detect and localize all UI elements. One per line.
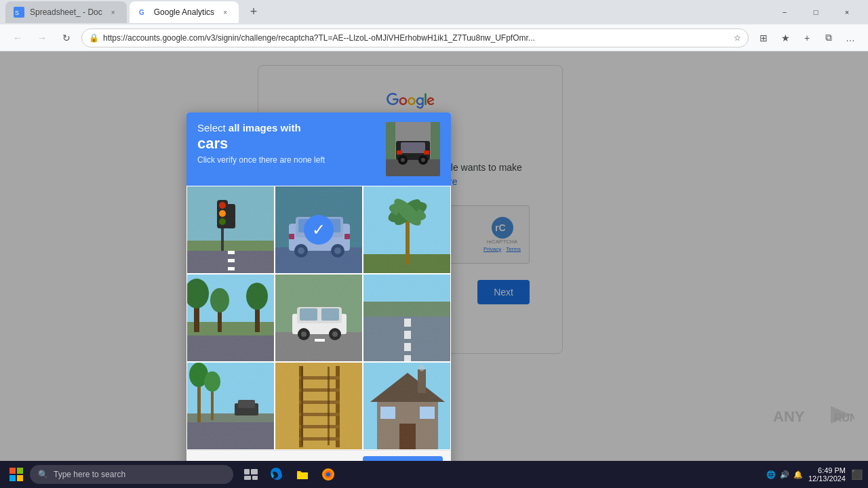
svg-rect-67 (315, 339, 325, 342)
svg-rect-56 (187, 336, 275, 362)
svg-rect-74 (363, 302, 451, 317)
taskbar-apps (239, 462, 340, 487)
clock[interactable]: 6:49 PM 12/13/2024 (808, 466, 846, 483)
tab-spreadsheet[interactable]: S Spreadsheet_ - Doc × (5, 1, 127, 23)
tab-google-analytics[interactable]: G Google Analytics × (130, 1, 239, 23)
all-images-with-text: all images with (229, 122, 301, 134)
extension-button[interactable]: ⊞ (754, 28, 773, 47)
grid-image-8 (363, 363, 450, 449)
split-button[interactable]: ⧉ (819, 28, 838, 47)
taskbar-search-placeholder: Type here to search (54, 470, 125, 479)
forward-button[interactable]: → (33, 28, 52, 47)
svg-rect-62 (321, 308, 339, 321)
lock-icon: 🔒 (89, 33, 99, 43)
captcha-image-grid: ✓ (186, 186, 451, 450)
taskbar-search-box[interactable]: 🔍 Type here to search (30, 465, 233, 484)
svg-rect-91 (299, 425, 340, 428)
settings-button[interactable]: … (841, 28, 860, 47)
svg-rect-99 (420, 407, 435, 419)
edge-button[interactable] (264, 462, 289, 487)
captcha-dialog: Select all images with cars Click verify… (186, 113, 451, 464)
svg-rect-108 (17, 475, 23, 481)
minimize-button[interactable]: − (769, 0, 800, 24)
grid-cell-0[interactable] (186, 186, 275, 274)
taskview-button[interactable] (239, 462, 263, 487)
close-button[interactable]: × (831, 0, 863, 24)
grid-image-2 (363, 186, 450, 273)
taskview-icon (244, 469, 258, 480)
nav-actions: ⊞ ★ + ⧉ … (754, 28, 860, 47)
grid-image-4 (275, 274, 362, 361)
captcha-instruction: Select all images with cars Click verify… (197, 122, 375, 165)
file-explorer-button[interactable] (290, 462, 315, 487)
svg-text:S: S (15, 9, 19, 16)
grid-image-3 (187, 274, 274, 361)
grid-cell-4[interactable] (275, 274, 363, 362)
tab-spreadsheet-close[interactable]: × (108, 7, 119, 18)
svg-rect-87 (299, 376, 340, 380)
svg-rect-73 (404, 355, 411, 362)
svg-point-66 (332, 331, 338, 337)
back-button[interactable]: ← (8, 28, 27, 47)
grid-image-6 (187, 363, 274, 449)
firefox-button[interactable] (316, 462, 340, 487)
grid-image-5 (363, 274, 450, 361)
grid-cell-6[interactable] (186, 362, 275, 450)
date-display: 12/13/2024 (808, 474, 846, 483)
svg-rect-89 (299, 401, 340, 404)
grid-cell-5[interactable] (363, 274, 451, 362)
refresh-button[interactable]: ↻ (57, 28, 76, 47)
check-icon-1: ✓ (304, 215, 334, 245)
nav-bar: ← → ↻ 🔒 https://accounts.google.com/v3/s… (0, 24, 868, 52)
svg-rect-98 (380, 407, 395, 419)
notification-area[interactable]: ⬛ (851, 469, 863, 480)
svg-rect-88 (299, 388, 340, 392)
tab-google-analytics-label: Google Analytics (154, 7, 214, 17)
battery-icon: 🔔 (793, 470, 803, 479)
svg-rect-113 (297, 472, 308, 479)
select-prefix: Select (197, 122, 229, 134)
svg-rect-112 (252, 476, 258, 480)
svg-point-15 (421, 158, 425, 162)
windows-logo-icon (9, 468, 23, 481)
svg-point-80 (204, 371, 220, 392)
svg-rect-90 (299, 413, 340, 416)
edge-icon (270, 468, 283, 481)
svg-rect-92 (299, 437, 340, 441)
maximize-button[interactable]: □ (800, 0, 831, 24)
svg-rect-106 (17, 468, 23, 474)
svg-point-53 (210, 288, 229, 312)
url-text: https://accounts.google.com/v3/signin/ch… (103, 33, 730, 43)
time-display: 6:49 PM (808, 466, 846, 474)
collections-button[interactable]: + (797, 28, 816, 47)
bookmark-icon[interactable]: ☆ (734, 33, 741, 43)
svg-rect-100 (418, 369, 426, 393)
grid-cell-1[interactable]: ✓ (275, 186, 363, 274)
page-content: Verify it's you Confirm you're not a rob… (0, 52, 868, 464)
captcha-preview-image (386, 122, 440, 176)
svg-rect-28 (228, 267, 235, 270)
svg-text:G: G (139, 9, 144, 16)
svg-rect-111 (244, 476, 251, 480)
new-tab-button[interactable]: + (244, 2, 263, 21)
grid-cell-7[interactable] (275, 362, 363, 450)
svg-rect-83 (187, 422, 275, 450)
grid-cell-3[interactable] (186, 274, 275, 362)
svg-rect-84 (275, 363, 363, 450)
svg-rect-72 (404, 343, 411, 351)
svg-rect-110 (251, 469, 258, 474)
title-bar: S Spreadsheet_ - Doc × G Google Analytic… (0, 0, 868, 24)
address-bar[interactable]: 🔒 https://accounts.google.com/v3/signin/… (81, 28, 749, 47)
grid-cell-8[interactable] (363, 362, 451, 450)
favorites-button[interactable]: ★ (776, 28, 795, 47)
svg-point-23 (219, 210, 226, 217)
svg-rect-26 (228, 251, 235, 254)
captcha-header: Select all images with cars Click verify… (186, 113, 451, 186)
svg-point-36 (298, 247, 304, 254)
captcha-subject: cars (197, 135, 375, 152)
folder-icon (296, 468, 309, 481)
tab-google-analytics-close[interactable]: × (220, 7, 231, 18)
start-button[interactable] (5, 464, 27, 485)
taskbar-right: 🌐 🔊 🔔 6:49 PM 12/13/2024 ⬛ (766, 466, 863, 483)
grid-cell-2[interactable] (363, 186, 451, 274)
